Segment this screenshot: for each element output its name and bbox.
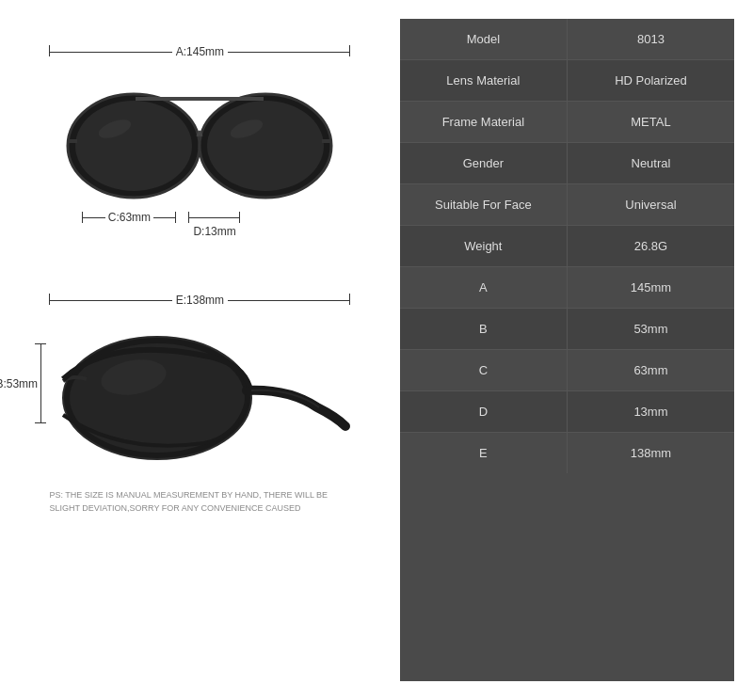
spec-label: E [400,433,568,473]
spec-value: 26.8G [568,226,734,266]
spec-row: D13mm [400,391,734,433]
spec-value: Neutral [568,143,734,183]
spec-row: Frame MaterialMETAL [400,102,734,143]
spec-row: Lens MaterialHD Polarized [400,60,734,102]
spec-row: GenderNeutral [400,143,734,184]
left-panel: A:145mm [19,19,381,681]
spec-value: 145mm [568,267,734,308]
dimension-e-line: E:138mm [49,294,350,307]
spec-label: Gender [400,143,568,183]
spec-row: Model8013 [400,19,734,60]
specs-panel: Model8013Lens MaterialHD PolarizedFrame … [400,19,734,681]
spec-label: Frame Material [400,102,568,142]
dim-d-label: D:13mm [193,225,235,238]
spec-label: Weight [400,226,568,266]
spec-row: A145mm [400,267,734,309]
dim-e-label: E:138mm [172,294,228,307]
spec-value: 8013 [568,19,734,59]
spec-value: 138mm [568,433,734,473]
spec-value: Universal [568,184,734,225]
spec-label: B [400,309,568,349]
svg-point-1 [75,101,192,191]
spec-row: Weight26.8G [400,226,734,267]
spec-row: C63mm [400,350,734,391]
dim-c-label: C:63mm [105,211,153,224]
spec-label: Model [400,19,568,59]
spec-label: D [400,391,568,432]
spec-value: 13mm [568,391,734,432]
main-container: A:145mm [0,0,753,700]
footer-note: PS: THE SIZE IS MANUAL MEASUREMENT BY HA… [49,489,350,515]
spec-row: E138mm [400,433,734,473]
spec-value: METAL [568,102,734,142]
spec-value: HD Polarized [568,60,734,101]
bottom-diagram: E:138mm B:53mm [40,320,360,470]
top-diagram: A:145mm [49,75,350,245]
dim-cd-container: C:63mm D:13mm [49,212,350,245]
dim-b-label: B:53mm [0,377,38,390]
spec-row: Suitable For FaceUniversal [400,184,734,226]
spec-value: 53mm [568,309,734,349]
spec-label: Lens Material [400,60,568,101]
dim-a-label: A:145mm [172,45,228,58]
spec-label: A [400,267,568,308]
svg-point-3 [207,101,324,191]
spec-label: Suitable For Face [400,184,568,225]
spec-label: C [400,350,568,390]
dimension-a-line: A:145mm [49,45,350,58]
sunglasses-top-view [49,75,350,207]
spec-table: Model8013Lens MaterialHD PolarizedFrame … [400,19,734,473]
footer-text: PS: THE SIZE IS MANUAL MEASUREMENT BY HA… [49,490,328,513]
spec-row: B53mm [400,309,734,350]
sunglasses-side-view: B:53mm [40,320,360,470]
spec-value: 63mm [568,350,734,390]
